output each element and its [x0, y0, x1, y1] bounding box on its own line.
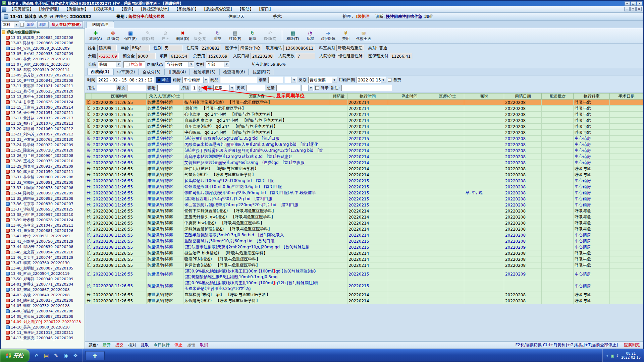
toolbar-button[interactable]: ⊗ 取消(C): [105, 29, 121, 43]
table-row[interactable]: 长 20220208 11:26:55 陈世谋/许铸熔 (基)呋塞米注射液(天药…: [86, 244, 643, 250]
spin-down-icon[interactable]: ▼: [198, 88, 202, 92]
tray-icon[interactable]: ♪: [616, 354, 619, 358]
tree-patient-item[interactable]: 14-06_谢描华_2200874_20220208: [2, 308, 85, 314]
dose-unit-select[interactable]: ▼: [285, 77, 297, 83]
toolbar-button[interactable]: ✖ 删除(D): [174, 29, 191, 43]
table-row[interactable]: 长 20220208 11:26:55 陈世谋/许铸熔 床边隔离(描述) 【呼吸…: [86, 298, 643, 304]
tree-patient-item[interactable]: 13-37_许祖明_2200653_20220125: [2, 206, 85, 212]
toolbar-button[interactable]: ⊘ 停止: [157, 29, 174, 43]
tree-patient-item[interactable]: 13-05_鲁伯标_2200933_20220209: [2, 51, 85, 56]
column-header[interactable]: 执行时间: [347, 94, 388, 100]
tree-patient-item[interactable]: 13-36_任京宗_2200830_20220207: [2, 201, 85, 206]
table-row[interactable]: 长 20220208 11:26:55 陈世谋/许铸熔 盐酸罂粟碱片[30mg*…: [86, 238, 643, 244]
patient-form-value[interactable]: 6126.54: [169, 53, 189, 59]
process-select[interactable]: 正常 ▼: [213, 85, 235, 91]
table-row[interactable]: 长 20220208 11:26:55 陈世谋/许铸熔 微波治疗 bid(描述)…: [86, 250, 643, 256]
table-row[interactable]: 长 20220208 11:26:55 陈世谋/许铸熔 (基)吡拉西坦片[0.4…: [86, 196, 643, 202]
menu-item[interactable]: 【质控标准设置】: [200, 6, 236, 12]
quick-launch-icon[interactable]: e: [33, 352, 41, 360]
tree-patient-item[interactable]: 13-41_唐兴菁_2200681_20220126: [2, 228, 85, 233]
drug-category-tab[interactable]: 非药品(4): [164, 69, 190, 75]
patient-form-value[interactable]: 7: [296, 53, 315, 59]
column-header[interactable]: 领药量: [330, 94, 347, 100]
dose-input[interactable]: [268, 77, 283, 83]
column-header[interactable]: 配送批次: [542, 94, 574, 100]
table-row[interactable]: 长 20220208 11:26:55 陈世谋/许铸熔 心电监测 qd 24*小…: [86, 112, 643, 118]
tree-patient-item[interactable]: 13-29_胡赛珍_2200927_20220209: [2, 164, 85, 169]
menu-item[interactable]: 【质量控制】: [63, 6, 90, 12]
tree-patient-item[interactable]: 13-45_寇文丽_2200994_20220210: [2, 249, 85, 255]
tree-patient-item[interactable]: 13-48_赵明帧_2200087_20220105: [2, 265, 85, 271]
supplement-checkbox[interactable]: [315, 86, 319, 90]
skin-test-input[interactable]: [246, 85, 265, 91]
tree-patient-item[interactable]: 13-17_黄拣叔_2201075_20220213: [2, 115, 85, 121]
table-row[interactable]: 长 20220208 11:26:55 陈世谋/许铸熔 深静脉置管护理(描述) …: [86, 226, 643, 232]
table-row[interactable]: 长 20220208 11:26:55 陈世谋/许铸熔 陪伴1人(描述) 【呼吸…: [86, 166, 643, 172]
column-header[interactable]: 医嘱时间: [92, 94, 146, 100]
column-header[interactable]: 嘱咐: [464, 94, 504, 100]
patient-form-value[interactable]: -6263.69: [97, 53, 119, 59]
tree-patient-item[interactable]: 13-35_陈国章_2200883_20220208: [2, 196, 85, 201]
order-browse-button[interactable]: 医嘱浏览: [624, 342, 640, 348]
patient-form-value[interactable]: 陈其泰: [97, 45, 117, 51]
table-row[interactable]: 长 20220208 11:26:55 陈世谋/许铸熔 铝镁混悬液(Ⅱ)[10m…: [86, 184, 643, 190]
patient-form-value[interactable]: 9000: [136, 53, 156, 59]
table-row[interactable]: 长 20220208 11:26:55 陈世谋/许铸熔 血糖检测[末梢] qid…: [86, 292, 643, 298]
order-class-select[interactable]: 普通医嘱 ▼: [308, 77, 337, 83]
start-button[interactable]: 开始: [0, 349, 30, 362]
table-row[interactable]: 长 20220208 11:26:55 陈世谋/许铸熔 Ⅰ级护理 【呼吸与危重症…: [86, 106, 643, 112]
tree-patient-item[interactable]: 13-43_何默平_2200750_20220129: [2, 239, 85, 244]
tree-patient-item[interactable]: 14-03_杨璩_2200840_20220208: [2, 292, 85, 298]
column-header[interactable]: 停止时间: [388, 94, 431, 100]
tab-order-management[interactable]: 医嘱管理: [87, 21, 114, 28]
emr-task-button[interactable]: ✚: [85, 351, 105, 360]
tree-patient-item[interactable]: 13-16_余秀芳_2201051_20220211: [2, 110, 85, 115]
tree-patient-item[interactable]: 13-11_黄惠萍_2201021_20220211: [2, 83, 85, 88]
discharge-checkbox[interactable]: [20, 23, 24, 26]
toolbar-button[interactable]: ➤ 提交(S): [192, 29, 209, 43]
tree-patient-item[interactable]: 13-19_郑行廷_2201070_20220213: [2, 121, 85, 126]
table-row[interactable]: 长 20220208 11:26:55 陈世谋/许铸熔 血压监测(描述) qd …: [86, 124, 643, 130]
quick-launch-icon[interactable]: ◉: [62, 352, 70, 360]
drug-category-tab[interactable]: 全成分(3): [139, 69, 164, 75]
column-header[interactable]: 用药日期: [504, 94, 541, 100]
table-row[interactable]: 长 20220208 11:26:55 陈世谋/许铸熔 中换药 biw(描述) …: [86, 220, 643, 226]
tree-patient-item[interactable]: 14-01_林香宋_2200771_20220204: [2, 282, 85, 287]
tree-patient-item[interactable]: 13-47_李英_2200760_20220130: [2, 260, 85, 265]
tree-patient-item[interactable]: 14-08_贺长荣_2200887_20220208: [2, 314, 85, 319]
tree-patient-item[interactable]: 14-10_吴兴_2200988_20220210: [2, 324, 85, 330]
toolbar-button[interactable]: ↻ 刷新: [244, 29, 261, 43]
tray-icon[interactable]: «: [606, 354, 608, 358]
table-row[interactable]: 长 20220208 11:26:55 陈世谋/许铸熔 血氧饱和度监测 qd 2…: [86, 118, 643, 124]
menu-item[interactable]: 【模板字典】: [90, 6, 118, 12]
patient-form-value[interactable]: 11266.41: [390, 53, 412, 59]
patient-form-value[interactable]: 86岁: [130, 45, 150, 51]
tree-patient-item[interactable]: 13-39_叶孝根_2200628_20220124: [2, 217, 85, 223]
patient-form-value[interactable]: 2200882: [200, 45, 221, 51]
tree-patient-item[interactable]: 13-20_郭世超_2201060_20220212: [2, 126, 85, 131]
tree-patient-item[interactable]: 13-06_林荣_2200977_20220210: [2, 56, 85, 62]
column-header[interactable]: 录入人/医师/护士: [146, 94, 183, 100]
tree-patient-item[interactable]: 13-23_卢友蘯_2200762_20220130: [2, 137, 85, 142]
mdi-close-icon[interactable]: ✕: [636, 7, 642, 11]
menu-item[interactable]: 【病历管理】: [8, 6, 35, 12]
table-row[interactable]: 长 20220208 11:26:55 陈世谋/许铸熔 (基)0.9%氯化钠注射…: [86, 268, 643, 280]
minimize-icon[interactable]: ─: [625, 1, 630, 6]
table-row[interactable]: 长 20220208 11:26:55 陈世谋/许铸熔 (基)左沙丁胺醇雾化吸入…: [86, 148, 643, 154]
quick-launch-icon[interactable]: ▤: [42, 352, 50, 360]
discharge-button[interactable]: 出院: [25, 21, 36, 28]
table-row[interactable]: 长 20220208 11:26:55 陈世谋/许铸熔 按内科护理常规(描述) …: [86, 100, 643, 106]
column-header[interactable]: 执行科室: [574, 94, 610, 100]
maximize-icon[interactable]: □: [631, 1, 636, 6]
tree-patient-item[interactable]: 13-03_陈泳华_2200868_20220208: [2, 40, 85, 46]
orders-table-scroll[interactable]: 医嘱时间录入人/医师/护士医嘱内容领药量执行时间停止时间医师/护士嘱咐用药日期配…: [85, 93, 643, 341]
table-row[interactable]: 长 20220208 11:26:55 陈世谋/许铸熔 锁骨下深静脉置管(描述)…: [86, 208, 643, 214]
mdi-minimize-icon[interactable]: ─: [624, 7, 630, 11]
toolbar-button[interactable]: ➔ 路径医嘱: [319, 29, 337, 43]
column-header[interactable]: 医师/护士: [431, 94, 464, 100]
menu-item[interactable]: 【路径查询统计】: [137, 6, 173, 12]
tree-patient-item[interactable]: 13-28_王礼义_2200975_20220210: [2, 158, 85, 164]
tray-icon[interactable]: ▣: [610, 354, 614, 358]
order-kind-select[interactable]: 临嘱 ▼: [98, 61, 121, 68]
menu-item[interactable]: 【帮助】: [236, 6, 255, 12]
